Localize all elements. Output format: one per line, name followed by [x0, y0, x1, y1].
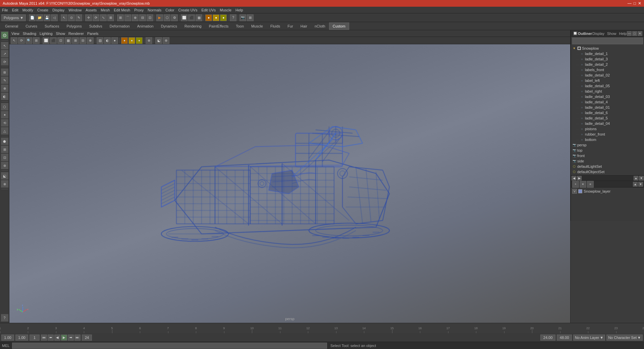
menu-edit[interactable]: Edit [12, 8, 18, 12]
maximize-btn[interactable]: □ [634, 1, 636, 6]
tab-subdivs[interactable]: Subdivs [86, 22, 106, 30]
select-tool-btn[interactable]: ↖ [61, 14, 67, 21]
vp-menu-view[interactable]: View [11, 32, 19, 36]
menu-normals[interactable]: Normals [148, 8, 161, 12]
menu-modify[interactable]: Modify [22, 8, 33, 12]
vp-image-plane-btn[interactable]: ⬕ [155, 37, 162, 44]
outliner-item-snowplow[interactable]: ▼ 🔳 Snowplow [571, 46, 644, 51]
outliner-item-2[interactable]: — ○ ladle_detail_2 [571, 62, 644, 67]
snap-point-btn[interactable]: ⊕ [132, 14, 139, 21]
select-mode-btn[interactable]: ⊙ [1, 32, 8, 39]
step-back-btn[interactable]: ⬅ [48, 335, 54, 341]
vp-hud-btn[interactable]: ⊟ [79, 37, 86, 44]
open-file-btn[interactable]: 📁 [36, 14, 43, 21]
jump-end-btn[interactable]: ⏭ [74, 335, 80, 341]
play-forward-btn[interactable]: ▶ [61, 335, 67, 341]
move-tool-left-btn[interactable]: ↖ [1, 42, 8, 49]
menu-color[interactable]: Color [165, 8, 174, 12]
snap-curve-btn[interactable]: ⌒ [124, 14, 131, 21]
wireframe-btn[interactable]: ⬜ [181, 14, 187, 21]
scale-tool-left-btn[interactable]: ⟳ [1, 58, 8, 65]
ipr-btn[interactable]: ⬡ [164, 14, 170, 21]
vp-isolate-btn[interactable]: ⊗ [146, 37, 152, 44]
rotate-tool-btn[interactable]: ⟳ [93, 14, 99, 21]
layer-scroll-down[interactable]: ▼ [638, 182, 643, 187]
vp-wireframe-btn[interactable]: ⬜ [43, 37, 49, 44]
render-settings-btn[interactable]: ⚙ [171, 14, 178, 21]
step-forward-btn[interactable]: ➡ [68, 335, 74, 341]
outliner-search-input[interactable] [574, 39, 641, 43]
tab-deformation[interactable]: Deformation [106, 22, 133, 30]
paint-attr-btn[interactable]: ✎ [1, 77, 8, 84]
tab-animation[interactable]: Animation [133, 22, 157, 30]
outliner-item-lightset[interactable]: ⬡ defaultLightSet [571, 164, 644, 169]
outliner-menu-show[interactable]: Show [607, 32, 616, 36]
render-region-btn[interactable]: ⬕ [1, 172, 8, 180]
outliner-item-9[interactable]: — ○ ladle_detail_4 [571, 99, 644, 105]
timeline-ruler[interactable]: 123456789101112131415161718192021222324 [0, 323, 644, 333]
menu-muscle[interactable]: Muscle [220, 8, 231, 12]
outliner-minimize-btn[interactable]: — [627, 31, 632, 36]
layer-new-btn[interactable]: + [572, 181, 579, 188]
tab-fur[interactable]: Fur [284, 22, 297, 30]
current-time-input[interactable]: 1 [30, 335, 40, 341]
outliner-item-side[interactable]: 📷 side [571, 158, 644, 164]
range-end-input[interactable]: 24 [82, 335, 92, 341]
tab-rendering[interactable]: Rendering [181, 22, 205, 30]
vp-texture-btn[interactable]: ▨ [97, 37, 103, 44]
outliner-item-14[interactable]: — ○ pistons [571, 126, 644, 132]
component-editor-btn[interactable]: ◐ [1, 93, 8, 100]
char-set-dropdown[interactable]: No Character Set ▼ [606, 335, 643, 341]
light-btn-3[interactable]: ● [220, 14, 227, 21]
menu-file[interactable]: File [2, 8, 8, 12]
outliner-item-4[interactable]: — ○ ladle_detail_02 [571, 72, 644, 78]
outliner-item-1[interactable]: — ○ ladle_detail_3 [571, 56, 644, 62]
outliner-search[interactable] [572, 38, 643, 44]
outliner-item-front[interactable]: 📷 front [571, 153, 644, 158]
vp-shadows-btn[interactable]: ● [111, 37, 118, 44]
menu-edit-uvs[interactable]: Edit UVs [201, 8, 216, 12]
menu-window[interactable]: Window [68, 8, 82, 12]
scale-tool-btn[interactable]: ⤡ [100, 14, 107, 21]
layout-btn[interactable]: ⊞ [247, 14, 254, 21]
paint-tool-btn[interactable]: ✎ [75, 14, 82, 21]
outliner-scroll-right[interactable]: ▶ [577, 176, 582, 181]
vp-zoom-btn[interactable]: 🔍 [25, 37, 32, 44]
texture-btn[interactable]: ▦ [196, 14, 202, 21]
outliner-item-0[interactable]: — ○ ladle_detail_1 [571, 51, 644, 56]
new-file-btn[interactable]: 📄 [29, 14, 36, 21]
layer-delete-btn[interactable]: ✕ [580, 181, 586, 188]
sculpt-btn[interactable]: ⊕ [1, 85, 8, 92]
vp-tumble-btn[interactable]: ⟳ [18, 37, 25, 44]
vp-display2-btn[interactable]: ⊞ [72, 37, 79, 44]
vp-menu-show[interactable]: Show [56, 32, 65, 36]
vp-grid-btn[interactable]: ⊕ [87, 37, 94, 44]
layer-options-btn[interactable]: ≡ [587, 181, 594, 188]
create-subdiv-btn[interactable]: ⊞ [1, 146, 8, 153]
light-btn-2[interactable]: ● [213, 14, 219, 21]
vp-bounding-btn[interactable]: ⊡ [57, 37, 64, 44]
outliner-item-objectset[interactable]: ⬡ defaultObjectSet [571, 169, 644, 174]
minimize-btn[interactable]: — [628, 1, 632, 6]
tab-toon[interactable]: Toon [232, 22, 248, 30]
vp-menu-panels[interactable]: Panels [87, 32, 99, 36]
vp-menu-shading[interactable]: Shading [23, 32, 36, 36]
outliner-item-top[interactable]: 📷 top [571, 148, 644, 153]
outliner-item-10[interactable]: — ○ ladle_detail_01 [571, 105, 644, 110]
snap-grid-btn[interactable]: ⊞ [117, 14, 124, 21]
outliner-item-16[interactable]: — ○ bottom [571, 137, 644, 142]
lasso-tool-btn[interactable]: ⊙ [68, 14, 75, 21]
outliner-item-6[interactable]: — ○ ladle_detail_05 [571, 83, 644, 89]
rotate-tool-left-btn[interactable]: ↗ [1, 50, 8, 57]
menu-proxy[interactable]: Proxy [134, 8, 144, 12]
anim-end-input[interactable]: 48.00 [557, 335, 572, 341]
universal-manip-btn[interactable]: ⊞ [107, 14, 114, 21]
outliner-menu-display[interactable]: Display [592, 32, 604, 36]
tab-hair[interactable]: Hair [297, 22, 311, 30]
snap-surface-btn[interactable]: ⊟ [139, 14, 146, 21]
tab-curves[interactable]: Curves [22, 22, 41, 30]
move-tool-btn[interactable]: ✛ [85, 14, 92, 21]
create-poly-btn[interactable]: ⬟ [1, 138, 8, 145]
outliner-item-7[interactable]: — ○ label_right [571, 89, 644, 94]
menu-display[interactable]: Display [52, 8, 64, 12]
